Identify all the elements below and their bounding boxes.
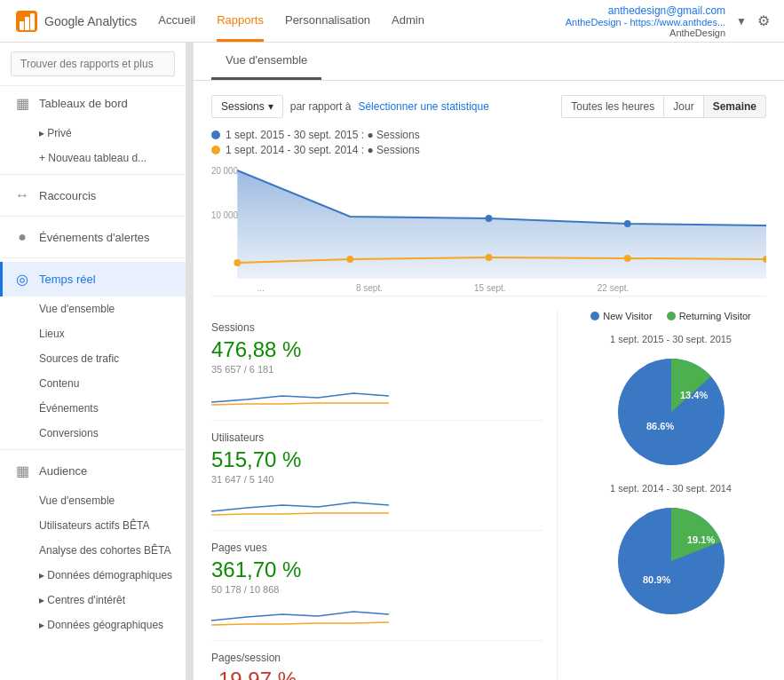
sidebar-sub-conversions[interactable]: Conversions [39, 421, 186, 446]
sessions-dropdown-arrow-icon: ▾ [268, 100, 273, 113]
chart-dot-2015-3 [486, 215, 493, 222]
legend-text-2014: 1 sept. 2014 - 30 sept. 2014 : ● Session… [226, 144, 420, 156]
legend-line-2014: 1 sept. 2014 - 30 sept. 2014 : ● Session… [211, 144, 766, 156]
sidebar-sub-sources[interactable]: Sources de trafic [39, 346, 186, 371]
sidebar-item-alertes-label: Événements d'alertes [39, 231, 150, 244]
sidebar-item-audience[interactable]: ▦ Audience [0, 454, 186, 488]
sessions-dropdown-label: Sessions [221, 100, 265, 113]
metrics-column: Sessions 476,88 % 35 657 / 6 181 Utilisa… [211, 311, 558, 680]
raccourcis-icon: ↔ [14, 187, 30, 203]
metric-pages-session-value: -19,97 % [211, 668, 542, 680]
account-info[interactable]: anthedesign@gmail.com AntheDesign - http… [566, 4, 725, 38]
x-label-2: 15 sept. [474, 283, 506, 293]
pie-chart-2015: 13.4% 86.6% [609, 350, 733, 474]
time-btn-jour[interactable]: Jour [664, 96, 703, 117]
sidebar-item-raccourcis-label: Raccourcis [39, 189, 96, 202]
pie-label-new-2015: 86.6% [646, 421, 674, 431]
sidebar-item-temps-reel[interactable]: ◎ Temps réel [0, 262, 186, 297]
time-btn-heures[interactable]: Toutes les heures [562, 96, 664, 117]
account-dropdown-icon[interactable]: ▼ [736, 15, 747, 28]
sidebar-item-raccourcis[interactable]: ↔ Raccourcis [0, 178, 186, 212]
divider-4 [0, 449, 186, 450]
time-controls: Toutes les heures Jour Semaine [561, 95, 766, 118]
nav-personnalisation[interactable]: Personnalisation [285, 1, 370, 42]
pie-legend-new-visitor: New Visitor [590, 311, 652, 321]
sidebar-sub-vue-ensemble[interactable]: Vue d'ensemble [39, 297, 186, 321]
sidebar-item-tableaux-label: Tableaux de bord [39, 97, 128, 110]
metric-pages-value: 361,70 % [211, 557, 542, 582]
sidebar-sub-nouveau[interactable]: + Nouveau tableau d... [39, 146, 186, 170]
metric-pages-session-label: Pages/session [211, 652, 542, 664]
svg-text:20 000: 20 000 [211, 166, 238, 176]
sidebar-collapse-handle[interactable] [186, 43, 194, 680]
chart-dot-2014-2 [346, 256, 353, 263]
metric-sessions-sparkline [211, 380, 389, 407]
account-email: anthedesign@gmail.com [566, 4, 725, 17]
pie-legend-returning-visitor: Returning Visitor [667, 311, 751, 321]
pie-section-2015: 1 sept. 2015 - 30 sept. 2015 [575, 334, 766, 474]
sidebar-sub-tableaux: ▸ Privé + Nouveau tableau d... [0, 121, 186, 170]
sidebar: ▦ Tableaux de bord ▸ Privé + Nouveau tab… [0, 43, 186, 680]
controls-row: Sessions ▾ par rapport à Sélectionner un… [211, 95, 766, 118]
sidebar-sub-donnees-demo[interactable]: ▸ Données démographiques [39, 563, 186, 588]
sessions-dropdown[interactable]: Sessions ▾ [211, 95, 283, 118]
sidebar-sub-evenements[interactable]: Événements [39, 396, 186, 421]
chart-dot-2015-4 [624, 220, 631, 227]
select-stat-link[interactable]: Sélectionner une statistique [358, 100, 488, 113]
metric-utilisateurs: Utilisateurs 515,70 % 31 647 / 5 140 [211, 421, 542, 531]
tab-header: Vue d'ensemble [194, 43, 784, 81]
legend-dot-2015 [211, 130, 220, 139]
sidebar-sub-contenu[interactable]: Contenu [39, 371, 186, 396]
pie-label-new-2014: 80.9% [643, 574, 670, 585]
metric-pages-sparkline [211, 600, 389, 627]
metric-utilisateurs-sparkline [211, 490, 389, 517]
x-label-0: ... [257, 283, 265, 293]
logo-area: Google Analytics [14, 9, 137, 34]
sidebar-item-tableaux[interactable]: ▦ Tableaux de bord [0, 86, 186, 121]
search-input[interactable] [11, 51, 175, 76]
svg-rect-2 [25, 17, 29, 30]
pie-legend-row: New Visitor Returning Visitor [575, 311, 766, 321]
left-controls: Sessions ▾ par rapport à Sélectionner un… [211, 95, 489, 118]
pie-label-returning-2014: 19.1% [687, 534, 715, 545]
sidebar-sub-donnees-geo[interactable]: ▸ Données géographiques [39, 613, 186, 637]
nav-accueil[interactable]: Accueil [158, 1, 195, 42]
metric-sessions-sub: 35 657 / 6 181 [211, 364, 542, 375]
tab-vue-ensemble[interactable]: Vue d'ensemble [211, 43, 321, 80]
settings-gear-icon[interactable]: ⚙ [757, 12, 770, 29]
sidebar-sub-centres[interactable]: ▸ Centres d'intérêt [39, 588, 186, 613]
account-name: AntheDesign [566, 28, 725, 38]
metric-sessions-value: 476,88 % [211, 337, 542, 362]
pie-title-2015: 1 sept. 2015 - 30 sept. 2015 [610, 334, 732, 344]
temps-reel-icon: ◎ [14, 271, 30, 288]
top-navigation: Google Analytics Accueil Rapports Person… [0, 0, 784, 43]
sidebar-sub-audience-vue[interactable]: Vue d'ensemble [39, 488, 186, 513]
pie-column: New Visitor Returning Visitor 1 sept. 20… [558, 311, 766, 680]
sidebar-sub-lieux[interactable]: Lieux [39, 321, 186, 346]
sidebar-sub-temps-reel: Vue d'ensemble Lieux Sources de trafic C… [0, 297, 186, 446]
time-btn-semaine[interactable]: Semaine [704, 96, 765, 117]
sidebar-sub-prive[interactable]: ▸ Privé [39, 121, 186, 146]
metrics-pie-row: Sessions 476,88 % 35 657 / 6 181 Utilisa… [211, 311, 766, 680]
google-analytics-logo-icon [14, 9, 39, 34]
content-area: Vue d'ensemble Sessions ▾ par rapport à … [194, 43, 784, 680]
metric-utilisateurs-label: Utilisateurs [211, 431, 542, 444]
nav-links: Accueil Rapports Personnalisation Admin [158, 1, 565, 42]
sidebar-item-alertes[interactable]: ● Événements d'alertes [0, 220, 186, 254]
sidebar-item-temps-reel-label: Temps réel [39, 273, 96, 286]
pie-label-returning-2015: 13.4% [680, 390, 708, 400]
divider-2 [0, 216, 186, 217]
main-layout: ▦ Tableaux de bord ▸ Privé + Nouveau tab… [0, 43, 784, 680]
metric-sessions-label: Sessions [211, 321, 542, 334]
sidebar-sub-cohortes[interactable]: Analyse des cohortes BÊTA [39, 538, 186, 563]
pie-chart-2014: 19.1% 80.9% [609, 499, 733, 623]
content-inner: Sessions ▾ par rapport à Sélectionner un… [194, 81, 784, 680]
chart-x-labels: ... 8 sept. 15 sept. 22 sept. [211, 281, 766, 295]
nav-rapports[interactable]: Rapports [217, 1, 264, 42]
sidebar-item-audience-label: Audience [39, 464, 87, 478]
top-right-area: anthedesign@gmail.com AntheDesign - http… [566, 4, 770, 38]
metric-sessions: Sessions 476,88 % 35 657 / 6 181 [211, 311, 542, 421]
nav-admin[interactable]: Admin [392, 1, 424, 42]
x-label-3: 22 sept. [598, 283, 630, 293]
sidebar-sub-utilisateurs-actifs[interactable]: Utilisateurs actifs BÊTA [39, 513, 186, 538]
